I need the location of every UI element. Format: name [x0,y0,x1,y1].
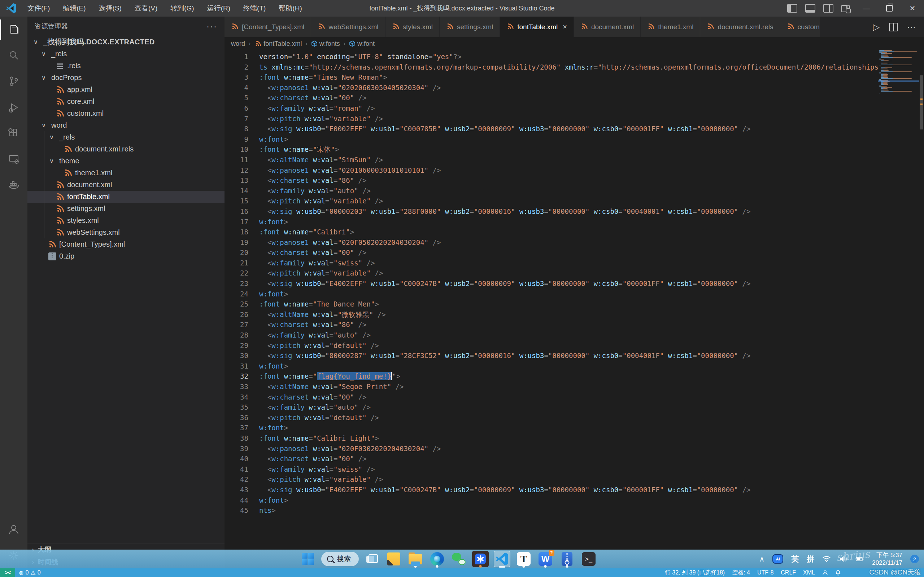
tab-document.xml[interactable]: document.xml [574,16,641,37]
breadcrumb-item-fontTable.xml[interactable]: fontTable.xml [254,40,302,48]
tree-item-docProps[interactable]: ∨docProps [27,72,225,84]
notifications-bell-icon[interactable] [832,570,845,575]
tree-item-theme1.xml[interactable]: theme1.xml [27,167,225,179]
notification-count-badge[interactable]: 2 [910,554,919,563]
code-line-1[interactable]: 1version="1.0" encoding="UTF-8" standalo… [225,52,879,62]
code-line-32[interactable]: 32:font w:name="flag{You_find_me!}"> [225,371,879,382]
vertical-scrollbar[interactable] [919,50,924,568]
search-icon[interactable] [0,43,27,69]
taskbar-terminal-icon[interactable]: >_ [580,551,597,567]
remote-indicator[interactable]: >< [0,568,15,577]
taskbar-zip-tool-icon[interactable] [559,551,575,567]
tab-document.xml.rels[interactable]: document.xml.rels [700,16,780,37]
tree-item-[Content_Types].xml[interactable]: [Content_Types].xml [27,239,225,250]
editor-more-actions-icon[interactable]: ⋯ [907,22,916,32]
chevron-down-icon[interactable]: ∨ [31,38,40,46]
menu-item-1[interactable]: 编辑(E) [57,2,91,15]
explorer-more-actions-icon[interactable]: ··· [207,21,217,31]
tree-item-document.xml[interactable]: document.xml [27,179,225,191]
code-line-17[interactable]: 17w:font> [225,217,879,227]
toggle-panel-icon[interactable] [805,4,815,13]
code-line-34[interactable]: 34 <w:charset w:val="00" /> [225,392,879,403]
tab-styles.xml[interactable]: styles.xml [386,16,439,37]
tree-item-0.zip[interactable]: 0.zip [27,250,225,262]
tab-fontTable.xml[interactable]: fontTable.xml× [500,16,574,37]
code-line-37[interactable]: 37w:font> [225,423,879,433]
taskbar-task-view-button-icon[interactable] [364,551,380,567]
tree-item-custom.xml[interactable]: custom.xml [27,108,225,119]
taskbar-sticky-notes-icon[interactable] [386,551,402,567]
chevron-down-icon[interactable]: ∨ [39,50,48,58]
code-line-27[interactable]: 27 <w:charset w:val="86" /> [225,319,879,330]
chevron-down-icon[interactable]: ∨ [39,74,48,82]
tree-item-webSettings.xml[interactable]: webSettings.xml [27,226,225,239]
minimize-button[interactable]: — [855,0,878,16]
taskbar-edge-browser-icon[interactable] [429,551,446,567]
code-line-5[interactable]: 5 <w:charset w:val="00" /> [225,93,879,103]
run-debug-icon[interactable] [0,95,27,121]
code-line-16[interactable]: 16 <w:sig w:usb0="00000203" w:usb1="288F… [225,206,879,217]
code-line-4[interactable]: 4 <w:panose1 w:val="02020603050405020304… [225,82,879,93]
taskbar-file-explorer-icon[interactable] [407,551,424,567]
tree-item-_.DOCX.EXTRACTED[interactable]: ∨_找得到我吗.DOCX.EXTRACTED [27,36,225,48]
taskbar-vscode-icon[interactable] [494,551,510,567]
tab-close-icon[interactable]: × [563,23,567,31]
restore-button[interactable] [878,0,901,16]
tab-custom.xml[interactable]: custom.xml [780,16,821,37]
remote-explorer-icon[interactable] [0,147,27,172]
extensions-icon[interactable] [0,121,27,147]
menu-item-5[interactable]: 运行(R) [201,2,236,15]
chevron-down-icon[interactable]: ∨ [47,157,56,165]
docker-icon[interactable] [0,172,27,198]
code-line-40[interactable]: 40 <w:charset w:val="00" /> [225,454,879,464]
code-line-6[interactable]: 6 <w:family w:val="roman" /> [225,103,879,114]
code-line-10[interactable]: 10:font w:name="宋体"> [225,144,879,155]
wifi-icon[interactable] [822,554,831,563]
code-line-42[interactable]: 42 <w:pitch w:val="variable" /> [225,474,879,485]
taskbar-start-button-icon[interactable] [300,551,316,567]
chevron-down-icon[interactable]: ∨ [47,134,56,141]
tree-item-.rels[interactable]: .rels [27,60,225,72]
code-line-39[interactable]: 39 <w:panose1 w:val="020F030202020403020… [225,443,879,454]
customize-layout-icon[interactable] [842,5,851,12]
code-line-18[interactable]: 18:font w:name="Calibri"> [225,227,879,237]
menu-item-3[interactable]: 查看(V) [129,2,163,15]
taskbar-clock[interactable]: 下午 5:37 2022/11/17 [872,551,902,567]
taskbar-wps-office-icon[interactable]: W? [537,551,554,567]
code-line-45[interactable]: 45nts> [225,505,879,516]
code-line-36[interactable]: 36 <w:pitch w:val="default" /> [225,413,879,423]
code-line-9[interactable]: 9w:font> [225,134,879,145]
tree-item-theme[interactable]: ∨theme [27,155,225,167]
code-line-24[interactable]: 24w:font> [225,289,879,299]
tab-webSettings.xml[interactable]: webSettings.xml [311,16,385,37]
code-line-41[interactable]: 41 <w:family w:val="swiss" /> [225,464,879,475]
code-editor[interactable]: 1version="1.0" encoding="UTF-8" standalo… [225,50,924,568]
status-item-1[interactable]: 空格: 4 [729,569,754,577]
close-button[interactable]: ✕ [901,0,924,16]
tray-expand-icon[interactable]: ∧ [759,554,765,563]
menu-item-0[interactable]: 文件(F) [22,2,56,15]
status-item-4[interactable]: XML [800,569,819,576]
status-item-0[interactable]: 行 32, 列 39 (已选择18) [661,569,729,577]
code-line-43[interactable]: 43 <w:sig w:usb0="E4002EFF" w:usb1="C000… [225,485,879,495]
code-line-31[interactable]: 31w:font> [225,361,879,371]
account-icon[interactable] [0,516,27,542]
tree-item-document.xml.rels[interactable]: document.xml.rels [27,143,225,155]
menu-item-6[interactable]: 终端(T) [237,2,271,15]
menu-item-4[interactable]: 转到(G) [165,2,200,15]
toggle-secondary-sidebar-icon[interactable] [823,4,834,13]
code-line-14[interactable]: 14 <w:family w:val="auto" /> [225,186,879,196]
breadcrumb-item-w:fonts[interactable]: w:fonts [311,40,340,48]
code-line-11[interactable]: 11 <w:altName w:val="SimSun" /> [225,155,879,165]
taskbar-search-box[interactable]: 搜索 [321,552,359,566]
scrollbar-thumb[interactable] [920,76,923,129]
tree-item-styles.xml[interactable]: styles.xml [27,214,225,226]
code-line-7[interactable]: 7 <w:pitch w:val="variable" /> [225,114,879,124]
code-line-26[interactable]: 26 <w:altName w:val="微软雅黑" /> [225,309,879,320]
tree-item-core.xml[interactable]: core.xml [27,95,225,108]
code-line-30[interactable]: 30 <w:sig w:usb0="80000287" w:usb1="28CF… [225,351,879,361]
ime-pinyin-indicator[interactable]: 拼 [807,554,814,564]
problems-indicator[interactable]: ⊗0 ⚠0 [15,569,44,576]
code-line-3[interactable]: 3:font w:name="Times New Roman"> [225,72,879,82]
toggle-sidebar-icon[interactable] [787,4,797,13]
